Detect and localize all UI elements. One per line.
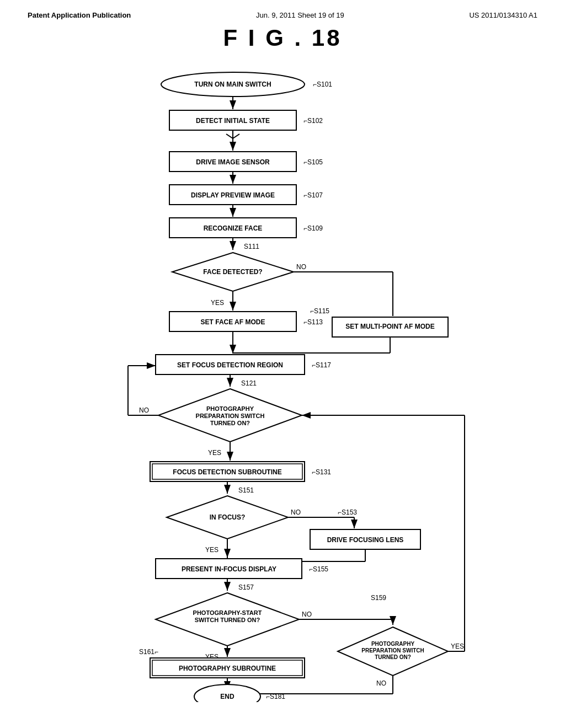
svg-text:DRIVE IMAGE SENSOR: DRIVE IMAGE SENSOR (196, 158, 270, 166)
svg-text:YES: YES (208, 449, 221, 457)
svg-text:PREPARATION SWITCH: PREPARATION SWITCH (196, 413, 265, 419)
svg-text:S121: S121 (241, 379, 257, 387)
svg-text:⌐S105: ⌐S105 (303, 158, 323, 166)
svg-text:PHOTOGRAPHY: PHOTOGRAPHY (371, 641, 414, 647)
figure-title: F I G . 18 (22, 25, 543, 51)
svg-text:S159: S159 (371, 594, 386, 602)
svg-text:TURNED ON?: TURNED ON? (210, 420, 250, 426)
svg-text:⌐S109: ⌐S109 (303, 224, 323, 232)
svg-text:PREPARATION SWITCH: PREPARATION SWITCH (361, 647, 424, 654)
svg-text:⌐S131: ⌐S131 (312, 468, 331, 476)
svg-text:NO: NO (376, 679, 386, 687)
svg-text:NO: NO (291, 508, 301, 516)
svg-line-10 (233, 134, 239, 138)
svg-text:S111: S111 (244, 243, 259, 250)
svg-text:PHOTOGRAPHY SUBROUTINE: PHOTOGRAPHY SUBROUTINE (179, 665, 276, 672)
page: Patent Application Publication Jun. 9, 2… (0, 0, 565, 728)
svg-line-9 (226, 134, 233, 138)
svg-text:DISPLAY PREVIEW IMAGE: DISPLAY PREVIEW IMAGE (191, 191, 275, 199)
svg-text:⌐S101: ⌐S101 (313, 81, 332, 88)
svg-text:PRESENT IN-FOCUS DISPLAY: PRESENT IN-FOCUS DISPLAY (182, 565, 276, 573)
svg-text:SWITCH TURNED ON?: SWITCH TURNED ON? (195, 617, 260, 623)
svg-text:DRIVE FOCUSING LENS: DRIVE FOCUSING LENS (327, 536, 404, 544)
svg-text:FOCUS DETECTION SUBROUTINE: FOCUS DETECTION SUBROUTINE (173, 468, 281, 476)
header-right: US 2011/0134310 A1 (469, 11, 537, 19)
svg-text:⌐S153: ⌐S153 (338, 508, 357, 516)
svg-text:YES: YES (205, 546, 218, 554)
header: Patent Application Publication Jun. 9, 2… (22, 11, 543, 19)
svg-text:RECOGNIZE FACE: RECOGNIZE FACE (204, 224, 263, 232)
svg-text:YES: YES (211, 299, 224, 307)
svg-text:SET FOCUS DETECTION REGION: SET FOCUS DETECTION REGION (177, 361, 283, 369)
svg-text:⌐S113: ⌐S113 (303, 318, 323, 326)
svg-text:⌐S107: ⌐S107 (303, 191, 323, 199)
svg-text:PHOTOGRAPHY: PHOTOGRAPHY (206, 405, 254, 412)
svg-text:TURNED ON?: TURNED ON? (375, 654, 411, 660)
svg-text:END: END (220, 693, 234, 700)
svg-text:NO: NO (296, 263, 306, 271)
svg-text:IN FOCUS?: IN FOCUS? (210, 513, 246, 521)
svg-text:DETECT INITIAL STATE: DETECT INITIAL STATE (196, 117, 270, 125)
svg-text:NO: NO (139, 406, 149, 414)
svg-text:⌐S102: ⌐S102 (303, 117, 323, 125)
svg-text:S151: S151 (238, 486, 254, 494)
svg-text:⌐S181: ⌐S181 (266, 693, 285, 700)
svg-text:⌐S115: ⌐S115 (310, 307, 329, 315)
header-left: Patent Application Publication (28, 11, 131, 19)
svg-text:⌐S155: ⌐S155 (309, 565, 328, 573)
svg-text:SET MULTI-POINT AF MODE: SET MULTI-POINT AF MODE (345, 323, 434, 330)
svg-text:TURN ON MAIN SWITCH: TURN ON MAIN SWITCH (194, 81, 271, 88)
svg-text:NO: NO (302, 611, 312, 618)
svg-text:YES: YES (451, 643, 464, 650)
svg-text:PHOTOGRAPHY-START: PHOTOGRAPHY-START (193, 609, 262, 616)
flowchart-svg: TURN ON MAIN SWITCH ⌐S101 DETECT INITIAL… (84, 68, 481, 702)
svg-text:FACE DETECTED?: FACE DETECTED? (203, 268, 262, 276)
svg-text:⌐S117: ⌐S117 (312, 361, 331, 369)
svg-text:S157: S157 (238, 584, 254, 591)
svg-text:S161⌐: S161⌐ (139, 648, 158, 656)
header-center: Jun. 9, 2011 Sheet 19 of 19 (256, 11, 344, 19)
svg-text:SET FACE AF MODE: SET FACE AF MODE (201, 318, 265, 326)
